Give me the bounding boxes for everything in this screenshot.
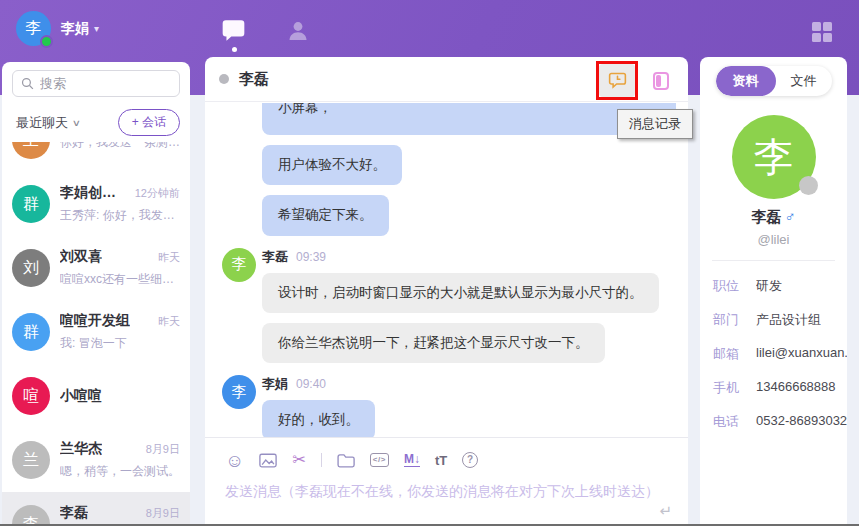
chat-name: 李磊 [60,504,88,522]
chat-item-body: 李磊 8月9日 好的，收到。 [60,504,180,526]
active-tab-indicator-dot [232,47,237,52]
new-chat-button[interactable]: + 会话 [118,109,180,136]
field-row: 部门 产品设计组 [713,311,847,329]
chat-item-body: 兰华杰 8月9日 嗯，稍等，一会测试。 [60,440,180,480]
tooltip: 消息记录 [617,109,693,139]
field-row: 邮箱 lilei@xuanxuan. [713,345,847,363]
toolbar-divider [321,453,322,467]
chat-item-body: 喧喧开发组 昨天 我: 冒泡一下 [60,312,180,352]
annotation-box [596,61,638,100]
chat-avatar: 兰 [12,441,50,479]
field-value: 0532-86893032 [756,413,847,431]
chat-list-item-selected[interactable]: 李 李磊 8月9日 好的，收到。 [2,492,190,526]
field-value: 13466668888 [756,379,836,397]
chat-avatar: 群 [12,313,50,351]
code-icon[interactable]: </> [370,453,389,467]
composer: ☺ ✂ </> M↓ tT ? 发送消息（李磊现在不在线，你发送的消息将在对方下… [205,437,688,526]
sender-name: 李磊 [262,248,288,266]
chat-list-item[interactable]: 群 李娟创… 12分钟前 王秀萍: 你好，我发… [2,172,190,236]
help-icon[interactable]: ? [462,452,478,468]
sidebar: 最近聊天 ∨ + 会话 王 你好，我发送一条测… 群 李娟创… 12分钟前 王秀… [2,62,190,526]
chat-preview: 你好，我发送一条测… [60,142,180,151]
recent-chats-header: 最近聊天 ∨ + 会话 [2,103,190,142]
nav-chats-tab[interactable] [220,17,247,47]
history-bubble-clock-icon [607,70,628,91]
message-history-button[interactable] [599,64,635,97]
profile-name-row: 李磊♂ [700,208,847,227]
chat-item-body: 刘双喜 昨天 喧喧xxc还有一些细… [60,248,180,288]
chat-item-body: 李娟创… 12分钟前 王秀萍: 你好，我发… [60,184,180,224]
message-bubble: 小屏幕， [262,103,676,135]
message-bubble: 你给兰华杰说明一下，赶紧把这个显示尺寸改一下。 [262,323,605,363]
grid-square [823,22,832,31]
chat-list-item[interactable]: 兰 兰华杰 8月9日 嗯，稍等，一会测试。 [2,428,190,492]
search-icon [21,77,34,90]
message-scroll-area[interactable]: 小屏幕， 用户体验不大好。 希望确定下来。 李 李磊 09:39 设计时，启动时… [205,103,688,437]
current-user-menu[interactable]: 李 李娟 ▾ [16,11,99,46]
profile-panel: 资料 文件 李 李磊♂ @lilei 职位 研发 部门 产品设计组 邮箱 lil… [700,57,847,526]
offline-status-dot [219,74,229,84]
message-group: 李 李磊 09:39 设计时，启动时窗口显示的大小就是默认显示为最小尺寸的。 你… [205,248,688,364]
chat-item-body: 小喧喧 [60,387,180,405]
toggle-sidebar-button[interactable] [644,61,678,100]
field-label: 电话 [713,413,747,431]
online-status-dot [40,35,53,48]
message-time: 09:40 [296,377,326,391]
message-bubble: 希望确定下来。 [262,195,389,235]
chat-name: 喧喧开发组 [60,312,130,330]
chat-name: 刘双喜 [60,248,102,266]
chat-list: 王 你好，我发送一条测… 群 李娟创… 12分钟前 王秀萍: 你好，我发… 刘 [2,142,190,526]
search-input[interactable] [40,76,171,91]
chat-bubble-icon [220,17,247,43]
chat-preview: 我: 冒泡一下 [60,335,180,352]
nav-contacts-tab[interactable] [286,18,310,48]
screenshot-scissors-icon[interactable]: ✂ [292,452,305,468]
field-label: 邮箱 [713,345,747,363]
chat-preview: 嗯，稍等，一会测试。 [60,463,180,480]
tab-profile[interactable]: 资料 [716,66,776,96]
emoji-icon[interactable]: ☺ [225,451,244,470]
male-gender-icon: ♂ [784,208,795,225]
chat-list-item[interactable]: 刘 刘双喜 昨天 喧喧xxc还有一些细… [2,236,190,300]
tab-files[interactable]: 文件 [776,66,832,96]
grid-square [823,33,832,42]
chat-name: 李娟创… [60,184,116,202]
sender-avatar: 李 [222,375,256,409]
profile-handle: @lilei [700,232,847,247]
chat-time: 昨天 [158,250,180,265]
chat-list-item[interactable]: 喧 小喧喧 [2,364,190,428]
return-key-icon: ↵ [659,502,672,520]
message-input[interactable]: 发送消息（李磊现在不在线，你发送的消息将在对方下次上线时送达） [225,483,668,501]
field-label: 职位 [713,277,747,295]
markdown-icon[interactable]: M↓ [404,453,420,467]
chevron-down-icon: ∨ [72,118,81,128]
field-label: 部门 [713,311,747,329]
chat-time: 12分钟前 [135,186,180,201]
message-group: 李 李娟 09:40 好的，收到。 [205,375,688,437]
message-bubble: 好的，收到。 [262,400,375,437]
chat-list-item[interactable]: 王 你好，我发送一条测… [2,142,190,172]
chat-avatar: 喧 [12,377,50,415]
profile-name: 李磊 [751,208,781,225]
message-bubble: 用户体验不大好。 [262,145,402,185]
field-row: 电话 0532-86893032 [713,413,847,431]
font-size-icon[interactable]: tT [435,454,447,467]
current-user-avatar: 李 [16,11,51,46]
profile-tabs: 资料 文件 [716,66,832,96]
apps-grid-icon[interactable] [812,22,832,42]
folder-icon[interactable] [337,453,355,468]
current-user-name: 李娟 [61,20,89,38]
field-value: 产品设计组 [756,311,821,329]
image-icon[interactable] [259,453,277,468]
search-box[interactable] [12,70,180,97]
sender-avatar: 李 [222,248,256,282]
field-row: 职位 研发 [713,277,847,295]
field-row: 手机 13466668888 [713,379,847,397]
chat-avatar: 李 [12,505,50,526]
section-label[interactable]: 最近聊天 [16,114,68,132]
chat-list-item[interactable]: 群 喧喧开发组 昨天 我: 冒泡一下 [2,300,190,364]
chat-name: 兰华杰 [60,440,102,458]
chat-preview: 王秀萍: 你好，我发… [60,207,180,224]
offline-status-dot [799,176,818,195]
chat-avatar: 王 [12,142,50,159]
